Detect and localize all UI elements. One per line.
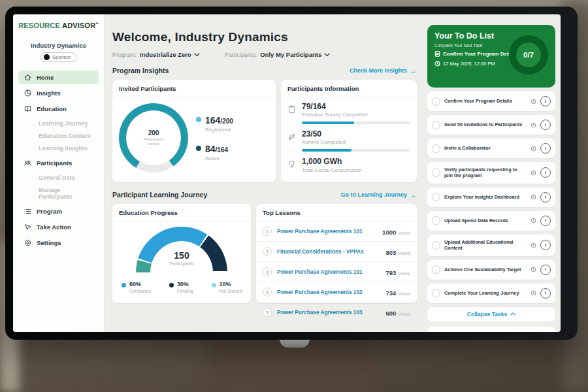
stat-value: 23/50 <box>302 130 410 139</box>
registered-num: 164 <box>205 115 220 125</box>
task-checkbox[interactable] <box>432 193 440 201</box>
task-checkbox[interactable] <box>432 289 440 297</box>
link-label: Go to Learning Journey <box>340 191 407 198</box>
sidebar-item-education[interactable]: Education <box>18 102 99 116</box>
task-checkbox[interactable] <box>432 241 440 250</box>
sponsor-badge: Sponsor <box>41 52 76 62</box>
sidebar-item-education-content[interactable]: Education Content <box>18 130 99 142</box>
task-row: Send 50 Invitations to Participants › <box>427 115 555 135</box>
learning-journey-cards: Education Progress 150 Participants <box>112 204 417 303</box>
legend-item-completed: 60% Completed <box>122 282 151 293</box>
book-icon <box>24 105 32 113</box>
views-label: views <box>398 291 410 297</box>
task-checkbox[interactable] <box>432 97 440 106</box>
participants-information-card: Participants Information 79/164 Emission… <box>281 80 417 182</box>
sidebar-item-participants[interactable]: Participants <box>18 156 99 170</box>
stat-total-consumption: 1,000 GWh Total Global Consumption <box>287 157 410 172</box>
education-progress-card: Education Progress 150 Participants <box>112 204 251 303</box>
timer-icon <box>531 290 536 296</box>
task-label: Explore Your Insights Dashboard <box>444 194 527 200</box>
lesson-link[interactable]: Power Purchase Agreements 102 <box>277 289 380 295</box>
sidebar-item-learning-insights[interactable]: Learning Insights <box>18 142 99 154</box>
card-title: Invited Participants <box>112 80 276 97</box>
task-checkbox[interactable] <box>432 144 440 153</box>
task-checkbox[interactable] <box>432 121 440 129</box>
sidebar-item-learning-journey[interactable]: Learning Journey <box>18 118 99 129</box>
gauge-center-value: 150 <box>133 250 231 261</box>
legend-value: 10% <box>220 282 242 288</box>
lesson-row: 5 Power Purchase Agreements 103 600views <box>256 302 417 322</box>
check-more-insights-link[interactable]: Check More Insights → <box>350 67 417 74</box>
page-title: Welcome, Industry Dynamics <box>112 30 417 44</box>
invited-center-label: Participants Invited <box>139 137 169 146</box>
task-label: Achieve One Sustainability Target <box>444 267 527 272</box>
task-checkbox[interactable] <box>432 265 440 274</box>
go-to-learning-journey-link[interactable]: Go to Learning Journey → <box>340 191 417 199</box>
stat-value: 1,000 GWh <box>302 157 410 166</box>
participants-filter[interactable]: Participants: Only My Participants <box>225 51 331 58</box>
todo-next-task-label: Confirm Your Program Details <box>443 51 517 57</box>
task-open-button[interactable]: › <box>540 96 551 106</box>
task-row: Achieve One Sustainability Target › <box>427 260 555 280</box>
sidebar-item-label: Program <box>37 208 62 215</box>
task-open-button[interactable]: › <box>540 143 551 154</box>
lesson-rank-badge: 2 <box>263 247 272 256</box>
program-insights-cards: Invited Participants 200 Participants In… <box>112 80 417 182</box>
task-label: Upload Additional Educational Content <box>444 239 527 252</box>
cursor-action-icon <box>24 223 32 231</box>
task-row: Invite a Collaborator › <box>427 139 555 158</box>
views-label: views <box>398 270 410 276</box>
task-open-button[interactable]: › <box>540 240 551 250</box>
recent-news-card: Recent News <box>427 327 555 332</box>
task-open-button[interactable]: › <box>540 120 551 130</box>
card-title: Education Progress <box>112 204 251 221</box>
collapse-tasks-link[interactable]: Collapse Tasks <box>427 307 555 321</box>
lesson-link[interactable]: Power Purchase Agreements 101 <box>277 228 377 235</box>
bulb-icon <box>287 159 296 169</box>
task-checkbox[interactable] <box>432 169 440 177</box>
legend-label: Not Started <box>220 289 242 293</box>
task-open-button[interactable]: › <box>540 192 551 203</box>
task-row: Confirm Your Program Details › <box>427 91 555 111</box>
photo-background: RESOURCE ADVISOR+ Industry Dynamics Spon… <box>0 0 588 392</box>
task-open-button[interactable]: › <box>540 167 551 178</box>
lesson-rank-badge: 4 <box>263 287 272 297</box>
lesson-rank-badge: 1 <box>263 227 272 236</box>
task-label: Send 50 Invitations to Participants <box>444 122 527 127</box>
sidebar-item-general-data[interactable]: General Data <box>18 172 99 184</box>
legend-item-active: 84/164 Active <box>196 143 233 161</box>
stat-label: Total Global Consumption <box>302 167 410 173</box>
legend-item-not-started: 10% Not Started <box>212 282 242 293</box>
education-legend: 60% Completed 30% Pending <box>112 278 251 293</box>
task-open-button[interactable]: › <box>540 288 551 299</box>
filters-row: Program: Industrialize Zero Participants… <box>112 51 417 58</box>
participants-information-body: 79/164 Emission Survey Completed 23/50 A… <box>281 97 417 184</box>
task-checkbox[interactable] <box>432 216 440 225</box>
participants-filter-label: Participants: <box>225 52 257 58</box>
stat-actions-completed: 23/50 Actions Completed <box>287 130 410 152</box>
lesson-link[interactable]: Financial Considerations - VPPAs <box>277 248 380 255</box>
leaf-icon <box>287 132 296 141</box>
gauge-center-label: Participants <box>133 261 231 266</box>
program-filter[interactable]: Program: Industrialize Zero <box>112 51 200 58</box>
task-open-button[interactable]: › <box>540 265 551 275</box>
clock-icon <box>434 61 440 67</box>
sidebar-item-label: Insights <box>37 90 60 97</box>
task-open-button[interactable]: › <box>540 216 551 226</box>
task-label: Upload Spend Data Records <box>444 218 527 223</box>
section-title: Participant Learning Journey <box>112 191 207 199</box>
lesson-link[interactable]: Power Purchase Agreements 101 <box>277 269 380 275</box>
sidebar-item-take-action[interactable]: Take Action <box>18 220 99 234</box>
timer-icon <box>531 242 536 248</box>
lesson-link[interactable]: Power Purchase Agreements 103 <box>277 309 380 316</box>
sidebar-item-home[interactable]: Home <box>18 71 99 84</box>
sidebar-item-program[interactable]: Program <box>18 204 99 218</box>
invited-center-value: 200 <box>148 129 159 137</box>
legend-dot <box>212 283 216 287</box>
sidebar-item-manage-participants[interactable]: Manage Participants <box>18 184 99 203</box>
sidebar: RESOURCE ADVISOR+ Industry Dynamics Spon… <box>13 14 105 332</box>
invited-donut-gap: 200 Participants Invited <box>126 110 181 165</box>
monitor-bezel: RESOURCE ADVISOR+ Industry Dynamics Spon… <box>5 7 578 340</box>
sidebar-item-settings[interactable]: Settings <box>18 236 99 250</box>
sidebar-item-insights[interactable]: Insights <box>18 86 99 100</box>
